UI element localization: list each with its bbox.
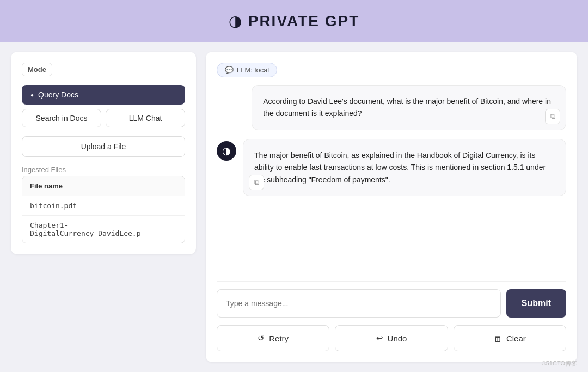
submit-button[interactable]: Submit [506,289,566,318]
files-table: File name bitcoin.pdf Chapter1-DigitalCu… [22,176,185,243]
copy-user-message-button[interactable]: ⧉ [545,109,560,124]
retry-button[interactable]: ↺ Retry [217,325,329,351]
watermark: ©51CTO博客 [542,359,577,368]
user-message: According to David Lee's document, what … [252,85,566,130]
main-content: Mode Query Docs Search in Docs LLM Chat … [0,42,588,372]
llm-badge: 💬 LLM: local [217,63,277,77]
user-message-text: According to David Lee's document, what … [263,97,551,118]
ai-avatar: ◑ [217,141,236,161]
ai-message: The major benefit of Bitcoin, as explain… [243,139,566,196]
table-row: Chapter1-DigitalCurrency_DavidLee.p [22,216,185,243]
ingested-files-section: Ingested Files File name bitcoin.pdf Cha… [22,166,185,243]
table-row: bitcoin.pdf [22,196,185,216]
llm-badge-text: LLM: local [237,66,269,74]
ai-message-wrapper: ◑ The major benefit of Bitcoin, as expla… [217,139,566,196]
llm-chat-button[interactable]: LLM Chat [106,109,185,127]
input-area: Submit [217,281,566,318]
upload-file-button[interactable]: Upload a File [22,136,185,157]
app-header: ◑ PRIVATE GPT [0,0,588,42]
action-buttons: ↺ Retry ↩ Undo 🗑 Clear [217,325,566,351]
retry-icon: ↺ [258,333,265,343]
message-input[interactable] [217,289,501,318]
files-table-header: File name [22,176,185,196]
app-title: PRIVATE GPT [248,13,360,30]
mode-buttons: Query Docs Search in Docs LLM Chat [22,85,185,127]
clear-icon: 🗑 [494,334,502,343]
ingested-label: Ingested Files [22,166,185,174]
secondary-mode-buttons: Search in Docs LLM Chat [22,109,185,127]
mode-label: Mode [22,63,52,76]
header-logo-icon: ◑ [229,12,242,30]
undo-button[interactable]: ↩ Undo [335,325,448,351]
left-panel: Mode Query Docs Search in Docs LLM Chat … [11,52,196,254]
copy-ai-message-button[interactable]: ⧉ [249,175,264,190]
clear-button[interactable]: 🗑 Clear [454,325,566,351]
query-docs-button[interactable]: Query Docs [22,85,185,105]
ai-message-text: The major benefit of Bitcoin, as explain… [254,151,546,184]
undo-label: Undo [388,334,407,343]
right-panel: 💬 LLM: local According to David Lee's do… [206,52,577,362]
clear-label: Clear [506,334,526,343]
search-in-docs-button[interactable]: Search in Docs [22,109,101,127]
retry-label: Retry [269,334,289,343]
chat-area: According to David Lee's document, what … [217,85,566,273]
undo-icon: ↩ [376,333,383,343]
llm-badge-icon: 💬 [225,66,234,74]
